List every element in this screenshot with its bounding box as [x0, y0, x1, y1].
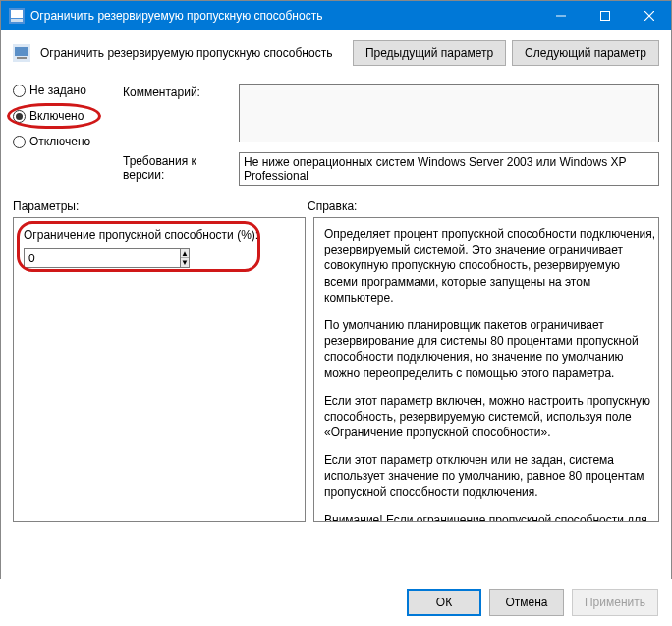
parameters-section-label: Параметры: — [13, 199, 308, 213]
cancel-button[interactable]: Отмена — [489, 589, 564, 616]
radio-label: Не задано — [29, 84, 86, 97]
radio-enabled[interactable]: Включено — [13, 109, 123, 123]
previous-setting-button[interactable]: Предыдущий параметр — [353, 40, 506, 66]
svg-rect-2 — [11, 19, 23, 22]
window-title: Ограничить резервируемую пропускную спос… — [30, 9, 538, 23]
minimize-button[interactable] — [538, 1, 583, 30]
policy-title: Ограничить резервируемую пропускную спос… — [40, 46, 343, 60]
dialog-footer: ОК Отмена Применить — [0, 579, 672, 626]
spinner-down-icon[interactable]: ▼ — [181, 258, 189, 267]
radio-disabled[interactable]: Отключено — [13, 135, 123, 148]
radio-not-configured[interactable]: Не задано — [13, 84, 123, 97]
bandwidth-limit-label: Ограничение пропускной способности (%): — [24, 228, 295, 242]
titlebar: Ограничить резервируемую пропускную спос… — [1, 1, 671, 30]
close-button[interactable] — [627, 1, 671, 30]
help-section-label: Справка: — [308, 199, 357, 213]
help-text: Определяет процент пропускной способност… — [324, 226, 656, 522]
svg-rect-8 — [15, 47, 28, 56]
radio-icon — [13, 110, 26, 123]
bandwidth-limit-spinner[interactable]: ▲ ▼ — [24, 248, 137, 268]
svg-rect-1 — [11, 10, 23, 18]
comment-textarea[interactable] — [239, 84, 659, 142]
next-setting-button[interactable]: Следующий параметр — [512, 40, 659, 66]
help-panel: Определяет процент пропускной способност… — [313, 217, 659, 522]
parameters-panel: Ограничение пропускной способности (%): … — [13, 217, 306, 522]
radio-label: Включено — [29, 109, 84, 123]
radio-label: Отключено — [29, 135, 90, 148]
svg-rect-9 — [17, 57, 27, 59]
ok-button[interactable]: ОК — [407, 589, 481, 616]
bandwidth-limit-input[interactable] — [24, 248, 180, 268]
requirements-label: Требования к версии: — [123, 152, 231, 182]
spinner-up-icon[interactable]: ▲ — [181, 249, 189, 258]
radio-icon — [13, 85, 26, 97]
requirements-text: Не ниже операционных систем Windows Serv… — [239, 152, 659, 186]
apply-button[interactable]: Применить — [572, 589, 658, 616]
app-icon — [9, 8, 25, 24]
comment-label: Комментарий: — [123, 84, 231, 99]
radio-icon — [13, 136, 26, 148]
maximize-button[interactable] — [583, 1, 627, 30]
svg-rect-4 — [600, 12, 609, 21]
policy-icon — [13, 44, 30, 62]
